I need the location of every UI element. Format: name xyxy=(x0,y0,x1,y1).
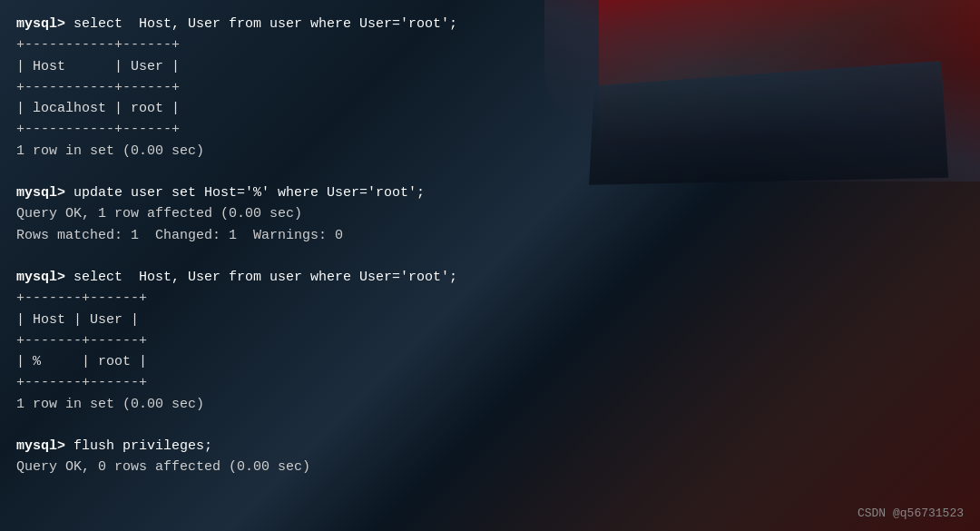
prompt-label: mysql> xyxy=(16,438,74,454)
table-border: +-----------+------+ xyxy=(16,37,180,53)
table-row: | % | root | xyxy=(16,354,147,369)
result-text: 1 row in set (0.00 sec) xyxy=(16,397,204,412)
prompt-label: mysql> xyxy=(16,270,74,285)
command-text: update user set Host='%' where User='roo… xyxy=(74,185,425,201)
table-row: | Host | User | xyxy=(16,312,139,328)
command-text: select Host, User from user where User='… xyxy=(74,270,457,285)
command-text: flush privileges; xyxy=(74,438,212,454)
result-text: Rows matched: 1 Changed: 1 Warnings: 0 xyxy=(16,228,343,243)
table-border: +-----------+------+ xyxy=(16,80,180,95)
terminal-content: mysql> select Host, User from user where… xyxy=(16,14,492,478)
table-row: | localhost | root | xyxy=(16,101,180,116)
command-text: select Host, User from user where User='… xyxy=(74,16,457,32)
prompt-label: mysql> xyxy=(16,16,74,32)
table-row: | Host | User | xyxy=(16,59,180,74)
result-text: Query OK, 0 rows affected (0.00 sec) xyxy=(16,459,310,475)
result-text: Query OK, 1 row affected (0.00 sec) xyxy=(16,206,302,221)
prompt-label: mysql> xyxy=(16,185,74,201)
terminal-window: mysql> select Host, User from user where… xyxy=(0,0,508,531)
result-text: 1 row in set (0.00 sec) xyxy=(16,143,204,159)
watermark: CSDN @q56731523 xyxy=(858,506,964,520)
table-border: +-------+------+ xyxy=(16,290,147,306)
table-border: +-----------+------+ xyxy=(16,122,180,137)
table-border: +-------+------+ xyxy=(16,333,147,349)
table-border: +-------+------+ xyxy=(16,375,147,390)
